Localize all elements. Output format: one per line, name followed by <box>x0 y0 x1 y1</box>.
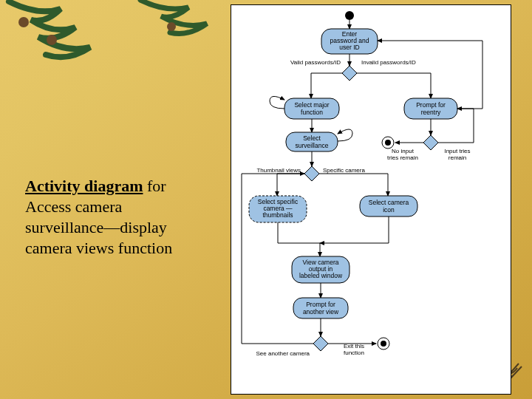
label-thumbnail: Thumbnail views <box>256 167 301 174</box>
svg-point-6 <box>385 140 391 146</box>
svg-point-0 <box>18 17 29 27</box>
label-no-input-l2: tries remain <box>387 154 418 161</box>
svg-point-11 <box>381 341 386 347</box>
select-surv-l1: Select <box>303 134 321 142</box>
label-input-remain-l2: remain <box>449 154 466 161</box>
select-major-l2: function <box>301 109 323 116</box>
prompt-reentry-l2: reentry <box>421 109 441 116</box>
select-major-l1: Select major <box>294 101 329 109</box>
view-output-l3: labeled window <box>299 272 343 279</box>
select-surv-l2: surveillance <box>296 142 329 149</box>
enter-password-l3: user ID <box>339 44 359 51</box>
label-see-another: See another camera <box>256 350 310 357</box>
initial-node-icon <box>345 11 354 20</box>
caption-title: Activity diagram <box>25 177 143 195</box>
label-specific: Specific camera <box>323 167 365 174</box>
sel-icon-l1: Select camera <box>369 199 409 206</box>
decision-reentry <box>423 135 438 150</box>
svg-point-1 <box>47 35 57 45</box>
pine-branch-decoration <box>133 0 244 68</box>
prompt-reentry-l1: Prompt for <box>416 101 446 109</box>
label-valid: Valid passwords/ID <box>290 59 341 66</box>
decision-exit <box>313 336 328 351</box>
sel-icon-l2: icon <box>383 206 395 214</box>
label-input-remain-l1: Input tries <box>444 148 470 154</box>
pine-branch-decoration <box>0 0 127 83</box>
label-exit-l2: function <box>344 349 364 356</box>
diagram-caption: Activity diagram for Access camera surve… <box>25 176 202 259</box>
prompt-another-l1: Prompt for <box>306 301 335 308</box>
slide: Activity diagram for Access camera surve… <box>0 0 532 399</box>
decision-views <box>304 166 319 181</box>
svg-point-2 <box>167 22 176 31</box>
decision-valid-password <box>342 66 357 81</box>
activity-diagram-panel: Enter password and user ID Valid passwor… <box>231 4 511 395</box>
prompt-another-l2: another view <box>303 308 339 316</box>
activity-diagram: Enter password and user ID Valid passwor… <box>231 5 511 394</box>
label-invalid: Invalid passwords/ID <box>361 59 416 66</box>
label-no-input-l1: No input <box>392 148 415 154</box>
sel-thumbs-l3: thumbnails <box>262 211 293 219</box>
